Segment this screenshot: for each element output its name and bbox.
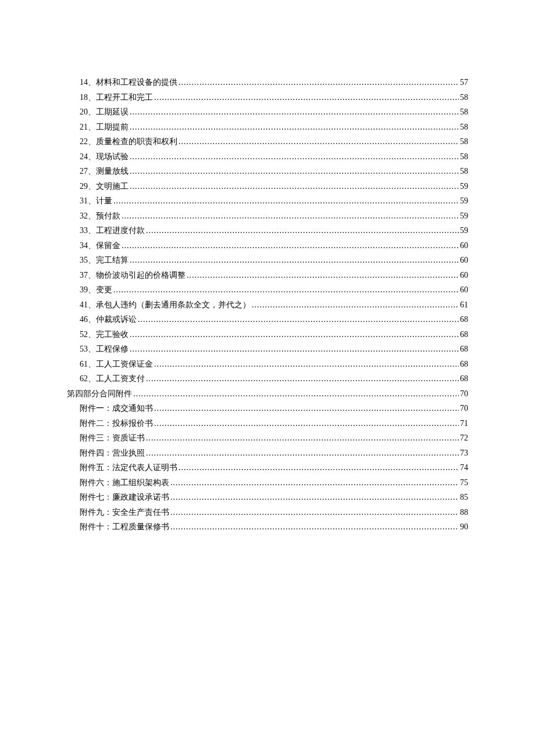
toc-entry: 附件七：廉政建设承诺书85 <box>67 490 468 505</box>
toc-entry-page: 68 <box>460 342 468 357</box>
toc-entry-label: 24、现场试验 <box>80 150 129 164</box>
toc-entry-page: 90 <box>460 520 468 535</box>
toc-entry-label: 27、测量放线 <box>80 164 129 179</box>
toc-entry-label: 37、物价波动引起的价格调整 <box>80 268 186 283</box>
toc-entry: 第四部分合同附件 70 <box>67 387 468 402</box>
toc-dot-leader <box>130 342 459 357</box>
toc-dot-leader <box>130 253 459 268</box>
toc-entry-page: 70 <box>460 402 468 416</box>
toc-entry: 61、工人工资保证金68 <box>67 357 468 372</box>
toc-dot-leader <box>179 461 459 475</box>
toc-dot-leader <box>154 357 459 372</box>
toc-entry-label: 35、完工结算 <box>80 253 129 268</box>
toc-entry-page: 73 <box>460 446 468 461</box>
toc-entry-page: 68 <box>460 328 468 342</box>
toc-entry: 34、保留金60 <box>67 239 468 253</box>
toc-dot-leader <box>170 476 459 490</box>
toc-entry-label: 62、工人工资支付 <box>80 372 145 386</box>
toc-dot-leader <box>179 135 459 149</box>
toc-dot-leader <box>122 209 459 224</box>
toc-entry-page: 60 <box>460 239 468 253</box>
toc-dot-leader <box>146 372 459 386</box>
toc-entry-page: 88 <box>460 506 468 520</box>
toc-dot-leader <box>130 105 459 120</box>
toc-entry-page: 58 <box>460 91 468 105</box>
toc-entry-label: 61、工人工资保证金 <box>80 357 153 372</box>
toc-entry: 21、工期提前58 <box>67 120 468 135</box>
toc-dot-leader <box>154 91 459 105</box>
toc-entry: 35、完工结算60 <box>67 253 468 268</box>
toc-entry-page: 72 <box>460 431 468 446</box>
toc-dot-leader <box>170 520 459 535</box>
toc-entry: 附件四：营业执照73 <box>67 446 468 461</box>
toc-entry: 39、变更60 <box>67 283 468 298</box>
toc-entry-page: 60 <box>460 268 468 283</box>
toc-dot-leader <box>252 298 459 313</box>
toc-entry-page: 85 <box>460 490 468 505</box>
toc-entry-page: 61 <box>460 298 468 313</box>
toc-dot-leader <box>179 76 459 90</box>
toc-dot-leader <box>130 328 459 342</box>
toc-entry: 14、材料和工程设备的提供57 <box>67 76 468 90</box>
toc-entry: 52、完工验收68 <box>67 328 468 342</box>
toc-entry-page: 59 <box>460 224 468 238</box>
toc-entry: 32、预付款59 <box>67 209 468 224</box>
toc-dot-leader <box>187 268 459 283</box>
toc-entry: 附件五：法定代表人证明书74 <box>67 461 468 475</box>
toc-entry-label: 14、材料和工程设备的提供 <box>80 76 177 90</box>
toc-entry-label: 附件五：法定代表人证明书 <box>80 461 177 475</box>
toc-entry-page: 68 <box>460 357 468 372</box>
toc-entry: 附件二：投标报价书71 <box>67 417 468 431</box>
toc-entry-page: 60 <box>460 283 468 298</box>
toc-entry-page: 58 <box>460 164 468 179</box>
toc-entry-label: 46、仲裁或诉讼 <box>80 313 137 327</box>
toc-entry-page: 59 <box>460 209 468 224</box>
toc-entry-page: 68 <box>460 313 468 327</box>
toc-entry-label: 53、工程保修 <box>80 342 129 357</box>
toc-entry-page: 57 <box>460 76 468 90</box>
toc-entry-label: 22、质量检查的职责和权利 <box>80 135 177 149</box>
toc-dot-leader <box>146 446 459 461</box>
toc-dot-leader <box>130 150 459 164</box>
toc-entry-label: 41、承包人违约（删去通用条款全文，并代之） <box>80 298 251 313</box>
toc-entry-label: 第四部分合同附件 <box>67 387 132 402</box>
toc-entry-page: 75 <box>460 476 468 490</box>
toc-entry-page: 71 <box>460 417 468 431</box>
toc-entry-label: 附件二：投标报价书 <box>80 417 153 431</box>
toc-entry-label: 附件七：廉政建设承诺书 <box>80 490 169 505</box>
toc-entry-label: 34、保留金 <box>80 239 120 253</box>
toc-entry-page: 70 <box>460 387 468 402</box>
toc-entry-page: 59 <box>460 180 468 194</box>
toc-entry-label: 附件三：资质证书 <box>80 431 145 446</box>
toc-dot-leader <box>113 283 459 298</box>
toc-entry-label: 33、工程进度付款 <box>80 224 145 238</box>
toc-entry-label: 附件四：营业执照 <box>80 446 145 461</box>
toc-dot-leader <box>130 164 459 179</box>
toc-entry: 附件一：成交通知书70 <box>67 402 468 416</box>
toc-entry-label: 附件一：成交通知书 <box>80 402 153 416</box>
toc-entry: 附件三：资质证书72 <box>67 431 468 446</box>
toc-entry-label: 29、文明施工 <box>80 180 129 194</box>
table-of-contents: 14、材料和工程设备的提供5718、工程开工和完工5820、工期延误5821、工… <box>67 76 468 535</box>
toc-dot-leader <box>138 313 459 327</box>
toc-dot-leader <box>154 417 459 431</box>
toc-dot-leader <box>130 180 459 194</box>
toc-entry-page: 58 <box>460 105 468 120</box>
toc-entry-page: 68 <box>460 372 468 386</box>
toc-entry: 62、工人工资支付68 <box>67 372 468 386</box>
toc-entry-page: 58 <box>460 150 468 164</box>
toc-entry-page: 59 <box>460 194 468 209</box>
toc-entry-page: 58 <box>460 120 468 135</box>
toc-entry: 附件六：施工组织架构表75 <box>67 476 468 490</box>
toc-entry-page: 58 <box>460 135 468 149</box>
toc-entry: 37、物价波动引起的价格调整60 <box>67 268 468 283</box>
toc-entry: 附件十：工程质量保修书90 <box>67 520 468 535</box>
toc-dot-leader <box>146 224 459 238</box>
toc-entry: 附件九：安全生产责任书88 <box>67 506 468 520</box>
toc-entry-label: 32、预付款 <box>80 209 120 224</box>
toc-entry-label: 18、工程开工和完工 <box>80 91 153 105</box>
toc-entry: 33、工程进度付款59 <box>67 224 468 238</box>
toc-dot-leader <box>113 194 459 209</box>
toc-dot-leader <box>133 387 459 402</box>
toc-dot-leader <box>170 506 459 520</box>
